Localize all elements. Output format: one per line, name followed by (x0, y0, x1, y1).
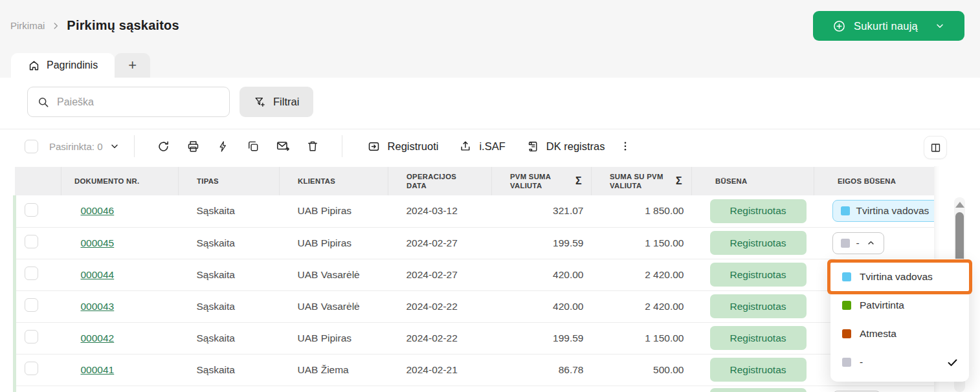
document-link[interactable]: 000044 (81, 269, 115, 280)
status-badge: Registruotas (710, 358, 807, 382)
copy-icon[interactable] (238, 135, 268, 158)
row-checkbox[interactable] (25, 267, 38, 280)
sigma-icon[interactable]: Σ (575, 175, 582, 188)
document-link[interactable]: 000041 (81, 364, 115, 375)
header-client[interactable]: KLIENTAS (280, 167, 388, 195)
sigma-icon[interactable]: Σ (676, 175, 682, 188)
document-link[interactable]: 000046 (81, 205, 115, 216)
flow-option[interactable]: Atmesta (830, 320, 969, 348)
option-label: - (860, 356, 863, 368)
client-cell: UAB Pipiras (280, 195, 388, 227)
document-link[interactable]: 000042 (81, 332, 115, 343)
document-link[interactable]: 000045 (81, 237, 115, 248)
header-type[interactable]: TIPAS (179, 167, 280, 195)
vat-amount-cell: 199.59 (492, 322, 592, 354)
flow-chip[interactable]: Tvirtina vadovas (832, 200, 936, 222)
flow-chip-trigger[interactable]: - (832, 232, 884, 254)
scrollbar-up-arrow-icon[interactable] (955, 202, 964, 208)
date-cell: 2024-02-22 (388, 322, 492, 354)
type-cell: Sąskaita (179, 227, 280, 259)
vat-amount-cell (492, 386, 592, 392)
status-badge: Registruotas (710, 199, 807, 223)
total-amount-cell: 1 150.00 (592, 322, 692, 354)
refresh-icon[interactable] (149, 135, 179, 158)
columns-icon[interactable] (924, 136, 947, 159)
vat-amount-cell: 420.00 (492, 259, 592, 290)
flow-option[interactable]: Patvirtinta (830, 291, 969, 320)
date-cell: 2024-02-22 (388, 290, 492, 322)
table-row: 000042 Sąskaita UAB Pipiras 2024-02-22 1… (15, 322, 936, 354)
table-row: 000046 Sąskaita UAB Pipiras 2024-03-12 3… (15, 195, 936, 227)
dk-register-label: DK registras (546, 140, 605, 153)
flow-option[interactable]: - (830, 348, 969, 376)
search-icon (37, 96, 49, 108)
total-amount-cell: 1 850.00 (592, 195, 692, 227)
flow-color-swatch (841, 206, 850, 215)
row-checkbox[interactable] (25, 235, 38, 248)
print-icon[interactable] (179, 135, 208, 158)
isaf-button[interactable]: i.SAF (459, 140, 505, 153)
chevron-down-icon[interactable] (109, 141, 120, 151)
option-color-swatch (842, 301, 851, 310)
option-color-swatch (842, 358, 851, 367)
add-tab-button[interactable]: + (115, 53, 150, 78)
client-cell: UAB Pipiras (280, 322, 388, 354)
send-email-icon[interactable] (268, 135, 298, 158)
flow-cell: Tvirtina vadovas (814, 195, 936, 227)
header-flow-status[interactable]: EIGOS BŪSENA (814, 167, 936, 195)
breadcrumb-parent-link[interactable]: Pirkimai (10, 20, 45, 31)
row-checkbox[interactable] (25, 362, 38, 375)
table-body: 000046 Sąskaita UAB Pipiras 2024-03-12 3… (15, 195, 936, 392)
purchase-invoices-page: Pirkimai Pirkimų sąskaitos Sukurti naują… (0, 0, 980, 392)
table-row (15, 386, 936, 392)
type-cell: Sąskaita (179, 354, 280, 386)
upload-icon (459, 140, 472, 153)
selected-check-icon (946, 356, 959, 369)
filters-button[interactable]: Filtrai (239, 87, 313, 117)
document-link[interactable]: 000043 (81, 301, 115, 312)
selected-count-label: Pasirinkta: 0 (49, 141, 103, 152)
trash-icon[interactable] (298, 135, 328, 158)
search-input[interactable] (57, 96, 220, 108)
filters-label: Filtrai (273, 96, 299, 108)
lightning-icon[interactable] (208, 135, 238, 158)
row-checkbox[interactable] (25, 298, 38, 312)
top-bar: Pirkimai Pirkimų sąskaitos Sukurti naują (0, 0, 980, 50)
register-label: Registruoti (388, 140, 439, 153)
flow-color-swatch (841, 239, 850, 248)
tab-pagrindinis[interactable]: Pagrindinis (11, 53, 115, 78)
flow-option[interactable]: Tvirtina vadovas (830, 263, 969, 291)
header-operation-date[interactable]: OPERACIJOS DATA (388, 167, 492, 195)
vat-amount-cell: 199.59 (492, 227, 592, 259)
chevron-down-icon[interactable] (935, 21, 945, 31)
status-badge: Registruotas (710, 326, 807, 350)
register-button[interactable]: Registruoti (367, 140, 439, 153)
header-total-with-vat[interactable]: SUMA SU PVM VALIUTAΣ (592, 167, 692, 195)
kebab-menu-icon[interactable] (616, 135, 635, 158)
select-all-checkbox[interactable] (25, 140, 38, 153)
vat-amount-cell: 420.00 (492, 290, 592, 322)
header-vat-amount[interactable]: PVM SUMA VALIUTAΣ (492, 167, 592, 195)
scroll-document-icon (526, 140, 539, 153)
header-status[interactable]: BŪSENA (692, 167, 814, 195)
table-row: 000044 Sąskaita UAB Vasarėlė 2024-02-27 … (15, 259, 936, 290)
home-icon (28, 60, 40, 72)
total-amount-cell: 2 420.00 (592, 259, 692, 290)
status-badge (710, 388, 807, 392)
header-select (15, 167, 61, 195)
row-checkbox[interactable] (25, 203, 38, 217)
date-cell: 2024-02-27 (388, 259, 492, 290)
invoices-table: DOKUMENTO NR. TIPAS KLIENTAS OPERACIJOS … (13, 167, 934, 392)
create-new-button[interactable]: Sukurti naują (813, 11, 964, 41)
breadcrumb: Pirkimai Pirkimų sąskaitos (10, 18, 179, 33)
divider (134, 135, 135, 157)
search-row: Filtrai (0, 78, 980, 117)
dk-register-button[interactable]: DK registras (526, 140, 605, 153)
row-checkbox[interactable] (25, 330, 38, 343)
vat-amount-cell: 86.78 (492, 354, 592, 386)
table-row: 000043 Sąskaita UAB Vasarėlė 2024-02-22 … (15, 290, 936, 322)
header-document-nr[interactable]: DOKUMENTO NR. (61, 167, 179, 195)
tab-bar: Pagrindinis + (0, 50, 980, 78)
type-cell: Sąskaita (179, 195, 280, 227)
create-new-label: Sukurti naują (854, 20, 918, 32)
